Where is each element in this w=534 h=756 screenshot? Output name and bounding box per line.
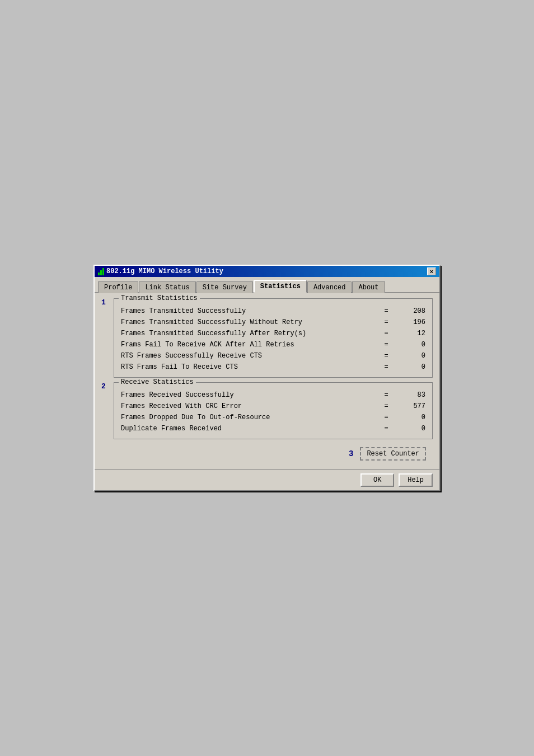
transmit-section-number: 1 [101, 298, 106, 307]
ok-button[interactable]: OK [360, 473, 394, 487]
tab-advanced[interactable]: Advanced [307, 281, 352, 293]
table-row: Frames Received With CRC Error = 577 [121, 401, 425, 412]
table-row: RTS Frams Fail To Receive CTS = 0 [121, 361, 425, 373]
footer: OK Help [95, 469, 439, 490]
table-row: Frames Transmitted Successfully Without … [121, 317, 425, 328]
receive-section-wrapper: 2 Receive Statistics Frames Received Suc… [114, 382, 433, 439]
receive-section: Receive Statistics Frames Received Succe… [114, 382, 433, 439]
table-row: Frames Received Successfully = 83 [121, 389, 425, 401]
transmit-section: Transmit Statistics Frames Transmitted S… [114, 298, 433, 378]
transmit-section-wrapper: 1 Transmit Statistics Frames Transmitted… [114, 298, 433, 378]
close-button[interactable]: × [427, 267, 436, 275]
main-window: 802.11g MIMO Wireless Utility × Profile … [93, 265, 441, 491]
tab-site-survey[interactable]: Site Survey [196, 281, 253, 293]
help-button[interactable]: Help [399, 473, 433, 487]
transmit-section-label: Transmit Statistics [119, 294, 200, 302]
table-row: Frames Transmitted Successfully = 208 [121, 306, 425, 317]
table-row: RTS Frames Successfully Receive CTS = 0 [121, 350, 425, 361]
receive-section-label: Receive Statistics [119, 378, 196, 386]
window-title: 802.11g MIMO Wireless Utility [106, 267, 223, 275]
receive-rows: Frames Received Successfully = 83 Frames… [121, 387, 425, 434]
tab-statistics[interactable]: Statistics [254, 280, 307, 293]
content-area: 1 Transmit Statistics Frames Transmitted… [95, 293, 439, 469]
reset-badge: 3 [349, 449, 353, 458]
receive-section-number: 2 [101, 382, 106, 391]
transmit-rows: Frames Transmitted Successfully = 208 Fr… [121, 303, 425, 373]
reset-counter-button[interactable]: Reset Counter [360, 447, 426, 461]
table-row: Frames Transmitted Successfully After Re… [121, 328, 425, 339]
title-bar: 802.11g MIMO Wireless Utility × [95, 266, 439, 277]
table-row: Duplicate Frames Received = 0 [121, 423, 425, 434]
signal-icon [98, 267, 104, 275]
tab-bar: Profile Link Status Site Survey Statisti… [95, 277, 439, 293]
tab-profile[interactable]: Profile [98, 281, 138, 293]
title-bar-left: 802.11g MIMO Wireless Utility [98, 267, 223, 275]
tab-link-status[interactable]: Link Status [139, 281, 195, 293]
bottom-area: 3 Reset Counter [101, 444, 433, 464]
table-row: Frames Dropped Due To Out-of-Resource = … [121, 412, 425, 423]
tab-about[interactable]: About [352, 281, 385, 293]
table-row: Frams Fail To Receive ACK After All Retr… [121, 339, 425, 350]
